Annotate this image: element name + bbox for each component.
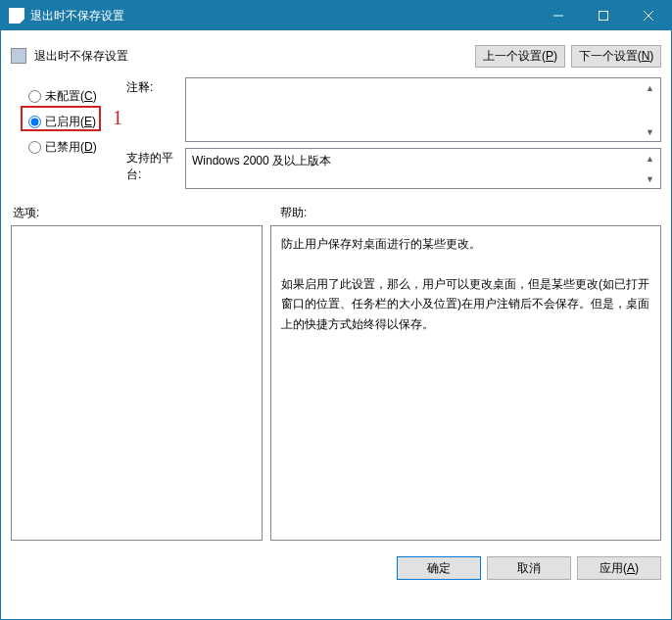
scroll-down-icon[interactable]: ▼ — [642, 123, 658, 140]
titlebar: 退出时不保存设置 — [1, 1, 671, 30]
radio-enabled[interactable]: 已启用(E) — [28, 109, 126, 134]
close-button[interactable] — [626, 1, 671, 30]
radio-disabled-input[interactable] — [28, 141, 41, 154]
help-paragraph: 如果启用了此设置，那么，用户可以更改桌面，但是某些更改(如已打开窗口的位置、任务… — [281, 274, 650, 334]
policy-icon — [11, 48, 26, 64]
policy-title: 退出时不保存设置 — [34, 48, 469, 65]
previous-setting-button[interactable]: 上一个设置(P) — [475, 45, 565, 68]
radio-enabled-label: 已启用(E) — [45, 114, 96, 130]
help-section-label: 帮助: — [280, 205, 307, 221]
ok-button[interactable]: 确定 — [397, 556, 481, 580]
options-panel — [11, 225, 263, 541]
radio-not-configured-input[interactable] — [28, 90, 41, 103]
svg-rect-1 — [600, 12, 608, 21]
annotation-marker: 1 — [113, 107, 122, 129]
scroll-down-icon[interactable]: ▼ — [642, 170, 658, 187]
apply-button[interactable]: 应用(A) — [577, 556, 661, 580]
platform-box: Windows 2000 及以上版本 ▲ ▼ — [185, 148, 661, 189]
minimize-button[interactable] — [536, 1, 581, 30]
radio-disabled[interactable]: 已禁用(D) — [28, 134, 126, 160]
maximize-button[interactable] — [581, 1, 626, 30]
cancel-button[interactable]: 取消 — [487, 556, 571, 580]
radio-not-configured-label: 未配置(C) — [45, 88, 97, 105]
radio-not-configured[interactable]: 未配置(C) — [28, 83, 126, 109]
help-paragraph: 防止用户保存对桌面进行的某些更改。 — [281, 234, 650, 254]
window-title: 退出时不保存设置 — [30, 8, 536, 24]
comment-label: 注释: — [126, 77, 185, 142]
header-row: 退出时不保存设置 上一个设置(P) 下一个设置(N) — [11, 38, 661, 73]
scroll-up-icon[interactable]: ▲ — [642, 150, 658, 167]
next-setting-button[interactable]: 下一个设置(N) — [571, 45, 661, 68]
radio-disabled-label: 已禁用(D) — [45, 139, 97, 156]
app-icon — [9, 8, 24, 24]
comment-textarea[interactable]: ▲ ▼ — [185, 77, 661, 142]
help-panel: 防止用户保存对桌面进行的某些更改。 如果启用了此设置，那么，用户可以更改桌面，但… — [270, 225, 661, 541]
scroll-up-icon[interactable]: ▲ — [642, 79, 658, 96]
radio-enabled-input[interactable] — [28, 116, 41, 128]
options-section-label: 选项: — [11, 205, 280, 221]
platform-label: 支持的平台: — [126, 148, 185, 189]
platform-value: Windows 2000 及以上版本 — [192, 154, 331, 167]
dialog-button-bar: 确定 取消 应用(A) — [1, 548, 671, 588]
